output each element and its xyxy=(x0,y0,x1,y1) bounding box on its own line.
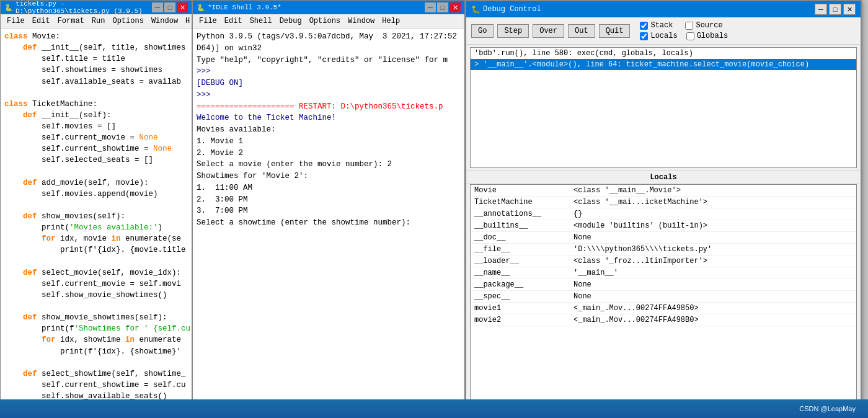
debug-over-button[interactable]: Over xyxy=(533,24,564,38)
locals-value-spec: None xyxy=(574,292,852,301)
editor-minimize-button[interactable]: ─ xyxy=(152,2,163,12)
debug-step-button[interactable]: Step xyxy=(497,24,529,38)
shell-menu-file[interactable]: File xyxy=(195,16,221,27)
locals-value-builtins: <module 'builtins' (built-in)> xyxy=(574,221,852,230)
debug-locals-area[interactable]: Movie <class '__main__.Movie'> TicketMac… xyxy=(470,184,857,413)
editor-maximize-button[interactable]: □ xyxy=(164,2,175,12)
locals-value-ticketmachine: <class '__mai...icketMachine'> xyxy=(574,198,852,207)
locals-name-annotations: __annotations__ xyxy=(474,210,574,218)
locals-row-ticketmachine: TicketMachine <class '__mai...icketMachi… xyxy=(471,197,856,208)
locals-section-label: Locals xyxy=(466,171,861,184)
editor-title-icon: 🐍 xyxy=(4,4,13,12)
locals-name-movie2: movie2 xyxy=(474,316,574,324)
locals-row-movie: Movie <class '__main__.Movie'> xyxy=(471,185,856,197)
editor-win-controls: ─ □ ✕ xyxy=(152,2,188,12)
shell-close-button[interactable]: ✕ xyxy=(450,2,461,12)
editor-close-button[interactable]: ✕ xyxy=(177,2,188,12)
debug-close-button[interactable]: ✕ xyxy=(843,4,856,15)
locals-row-movie2: movie2 <_main_.Mov...00274FFA498B0> xyxy=(471,314,856,326)
debug-window: 🐛 Debug Control ─ □ ✕ Go Step Over Out Q… xyxy=(465,0,862,418)
locals-value-movie1: <_main_.Mov...00274FFA49850> xyxy=(574,304,852,313)
shell-menu-window[interactable]: Window xyxy=(344,16,378,27)
editor-menu-bar: File Edit Format Run Options Window H xyxy=(1,14,192,29)
debug-source-checkbox[interactable] xyxy=(685,22,693,30)
locals-name-name: __name__ xyxy=(474,269,574,277)
locals-value-movie: <class '__main__.Movie'> xyxy=(574,186,852,195)
locals-value-doc: None xyxy=(574,233,852,242)
locals-name-file: __file__ xyxy=(474,245,574,254)
editor-menu-options[interactable]: Options xyxy=(108,16,147,27)
shell-menu-shell[interactable]: Shell xyxy=(246,16,276,27)
editor-menu-edit[interactable]: Edit xyxy=(29,16,54,27)
editor-title-text: tickets.py - D:\python365\tickets.py (3.… xyxy=(16,0,149,15)
shell-menu-bar: File Edit Shell Debug Options Window Hel… xyxy=(193,14,464,29)
locals-row-spec: __spec__ None xyxy=(471,291,856,303)
shell-maximize-button[interactable]: □ xyxy=(437,2,448,12)
debug-win-controls: ─ □ ✕ xyxy=(815,4,856,15)
debug-source-label: Source xyxy=(696,21,722,30)
locals-row-movie1: movie1 <_main_.Mov...00274FFA49850> xyxy=(471,303,856,314)
locals-row-name: __name__ '__main__' xyxy=(471,267,856,279)
shell-win-controls: ─ □ ✕ xyxy=(425,2,461,12)
debug-toolbar: Go Step Over Out Quit Stack Source Local… xyxy=(466,17,861,45)
shell-menu-debug[interactable]: Debug xyxy=(276,16,306,27)
debug-locals-label: Locals xyxy=(650,32,677,40)
code-editor[interactable]: class Movie: def __init__(self, title, s… xyxy=(1,29,192,417)
locals-name-builtins: __builtins__ xyxy=(474,221,574,230)
locals-value-file: 'D:\\\\python365\\\\tickets.py' xyxy=(574,245,852,254)
debug-stack-label: Stack xyxy=(650,21,673,30)
debug-globals-label: Globals xyxy=(697,32,728,40)
locals-row-doc: __doc__ None xyxy=(471,232,856,244)
locals-name-movie1: movie1 xyxy=(474,304,574,313)
debug-stack-checkbox[interactable] xyxy=(640,22,648,30)
debug-stack-checkbox-row: Stack Source xyxy=(640,21,728,30)
shell-window: 🐍 *IDLE Shell 3.9.5* ─ □ ✕ File Edit She… xyxy=(192,0,465,418)
locals-value-loader: <class '_froz...ltinImporter'> xyxy=(574,257,852,265)
debug-stack-area[interactable]: 'bdb'.run(), line 580: exec(cmd, globals… xyxy=(470,47,857,168)
locals-row-package: __package__ None xyxy=(471,279,856,291)
debug-checkboxes: Stack Source Locals Globals xyxy=(640,21,728,40)
debug-go-button[interactable]: Go xyxy=(471,24,494,38)
debug-locals-checkbox-row: Locals Globals xyxy=(640,32,728,40)
debug-minimize-button[interactable]: ─ xyxy=(815,4,827,15)
debug-out-button[interactable]: Out xyxy=(568,24,595,38)
debug-title-icon: 🐛 xyxy=(471,5,480,14)
locals-name-loader: __loader__ xyxy=(474,257,574,265)
locals-value-name: '__main__' xyxy=(574,269,852,277)
stack-row-0[interactable]: 'bdb'.run(), line 580: exec(cmd, globals… xyxy=(471,48,856,59)
locals-row-annotations: __annotations__ {} xyxy=(471,208,856,220)
locals-name-spec: __spec__ xyxy=(474,292,574,301)
locals-value-annotations: {} xyxy=(574,210,852,218)
editor-menu-run[interactable]: Run xyxy=(88,16,109,27)
locals-row-loader: __loader__ <class '_froz...ltinImporter'… xyxy=(471,256,856,267)
shell-title-icon: 🐍 xyxy=(197,4,205,12)
editor-menu-file[interactable]: File xyxy=(3,16,29,27)
taskbar-watermark: CSDN @LeapMay xyxy=(799,405,856,412)
editor-menu-window[interactable]: Window xyxy=(148,16,182,27)
debug-locals-checkbox[interactable] xyxy=(640,32,648,40)
editor-titlebar: 🐍 tickets.py - D:\python365\tickets.py (… xyxy=(1,1,192,14)
locals-name-package: __package__ xyxy=(474,280,574,289)
shell-menu-help[interactable]: Help xyxy=(378,16,404,27)
debug-maximize-button[interactable]: □ xyxy=(829,4,841,15)
debug-globals-checkbox[interactable] xyxy=(686,32,694,40)
locals-row-file: __file__ 'D:\\\\python365\\\\tickets.py' xyxy=(471,244,856,256)
debug-title-text: Debug Control xyxy=(483,5,812,14)
shell-menu-edit[interactable]: Edit xyxy=(221,16,246,27)
shell-output-area[interactable]: Python 3.9.5 (tags/v3.9.5:0a7dcbd, May 3… xyxy=(193,29,464,405)
shell-menu-options[interactable]: Options xyxy=(306,16,344,27)
shell-minimize-button[interactable]: ─ xyxy=(425,2,436,12)
taskbar: CSDN @LeapMay xyxy=(0,399,868,418)
editor-menu-format[interactable]: Format xyxy=(54,16,88,27)
debug-quit-button[interactable]: Quit xyxy=(599,24,631,38)
debug-titlebar: 🐛 Debug Control ─ □ ✕ xyxy=(466,1,861,17)
locals-value-package: None xyxy=(574,280,852,289)
locals-value-movie2: <_main_.Mov...00274FFA498B0> xyxy=(574,316,852,324)
locals-name-movie: Movie xyxy=(474,186,574,195)
locals-name-doc: __doc__ xyxy=(474,233,574,242)
locals-name-ticketmachine: TicketMachine xyxy=(474,198,574,207)
locals-row-builtins: __builtins__ <module 'builtins' (built-i… xyxy=(471,220,856,232)
editor-window: 🐍 tickets.py - D:\python365\tickets.py (… xyxy=(0,0,192,418)
shell-title-text: *IDLE Shell 3.9.5* xyxy=(208,4,422,11)
stack-row-1[interactable]: > '__main__'.<module>(), line 64: ticket… xyxy=(471,59,856,70)
